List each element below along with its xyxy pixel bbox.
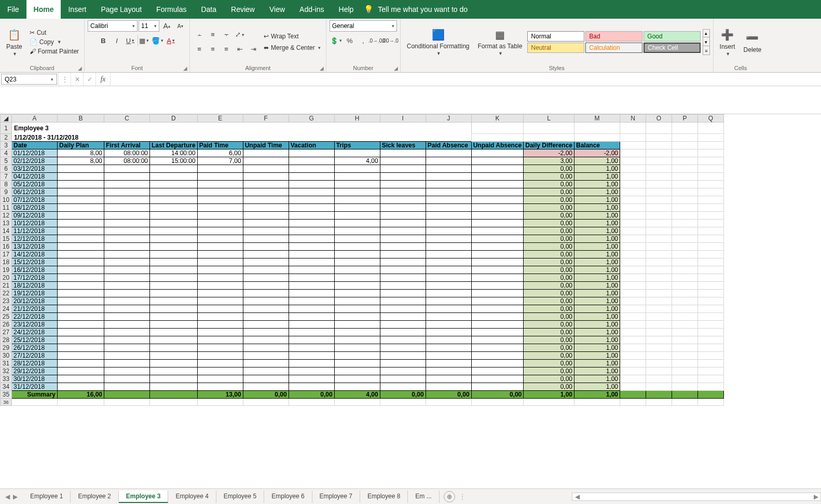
cell[interactable] <box>243 329 289 336</box>
row-header-32[interactable]: 32 <box>1 367 12 375</box>
cell-date[interactable]: 15/12/2018 <box>12 258 58 266</box>
cell[interactable] <box>672 142 697 149</box>
cell[interactable] <box>150 305 198 313</box>
cell[interactable] <box>334 383 380 391</box>
cell[interactable] <box>471 344 524 352</box>
cell[interactable] <box>380 313 426 321</box>
cell[interactable] <box>243 204 289 212</box>
cell[interactable] <box>334 258 380 266</box>
cell[interactable] <box>620 360 646 367</box>
cell-diff[interactable]: 0,00 <box>524 274 574 282</box>
cell-date[interactable]: 28/12/2018 <box>12 360 58 367</box>
cell[interactable] <box>243 383 289 391</box>
cell[interactable] <box>104 313 150 321</box>
cell[interactable] <box>243 367 289 375</box>
cell[interactable] <box>697 165 723 173</box>
period-cell[interactable]: 1/12/2018 - 31/12/2018 <box>12 134 472 142</box>
cell[interactable] <box>620 134 646 142</box>
cell[interactable] <box>197 297 243 305</box>
cell-balance[interactable]: 1,00 <box>574 157 620 165</box>
cell-balance[interactable]: 1,00 <box>574 165 620 173</box>
cell[interactable] <box>58 367 104 375</box>
cell[interactable] <box>620 367 646 375</box>
cell[interactable] <box>104 258 150 266</box>
cell[interactable] <box>380 173 426 181</box>
cell[interactable]: 4,00 <box>334 157 380 165</box>
table-header[interactable]: Unpaid Time <box>243 142 289 149</box>
cell[interactable] <box>646 142 672 149</box>
cell[interactable] <box>620 227 646 235</box>
cell[interactable] <box>197 251 243 258</box>
cell-date[interactable]: 03/12/2018 <box>12 165 58 173</box>
cell-balance[interactable]: 1,00 <box>574 251 620 258</box>
table-header[interactable]: Paid Absence <box>426 142 471 149</box>
col-header-Q[interactable]: Q <box>697 115 723 122</box>
cell[interactable] <box>104 251 150 258</box>
cell[interactable] <box>334 212 380 220</box>
cell-balance[interactable]: 1,00 <box>574 220 620 227</box>
cell[interactable] <box>243 188 289 196</box>
cell[interactable] <box>243 352 289 360</box>
row-header-26[interactable]: 26 <box>1 321 12 329</box>
cell[interactable] <box>426 305 471 313</box>
cell[interactable] <box>197 196 243 204</box>
cell[interactable] <box>471 157 524 165</box>
cell-diff[interactable]: 0,00 <box>524 352 574 360</box>
cell-diff[interactable]: 0,00 <box>524 297 574 305</box>
cell[interactable] <box>150 235 198 243</box>
cell[interactable] <box>697 313 723 321</box>
cell[interactable] <box>289 329 334 336</box>
cell[interactable] <box>380 305 426 313</box>
cell[interactable] <box>646 188 672 196</box>
row-header-16[interactable]: 16 <box>1 243 12 251</box>
cell-diff[interactable]: 0,00 <box>524 165 574 173</box>
cell[interactable] <box>104 305 150 313</box>
cell[interactable] <box>646 165 672 173</box>
cell[interactable] <box>471 243 524 251</box>
borders-button[interactable]: ▦▾ <box>138 35 150 46</box>
cell[interactable] <box>243 297 289 305</box>
cell[interactable] <box>58 360 104 367</box>
cell[interactable] <box>150 258 198 266</box>
cell[interactable] <box>426 165 471 173</box>
cell[interactable] <box>197 344 243 352</box>
cell[interactable] <box>243 399 289 406</box>
cell-date[interactable]: 16/12/2018 <box>12 266 58 274</box>
cell[interactable] <box>104 282 150 290</box>
cell-balance[interactable]: 1,00 <box>574 375 620 383</box>
cell[interactable] <box>58 321 104 329</box>
table-header[interactable]: Sick leaves <box>380 142 426 149</box>
font-name-select[interactable]: Calibri▾ <box>88 20 138 32</box>
ribbon-tab-home[interactable]: Home <box>26 0 61 19</box>
comma-format-icon[interactable]: , <box>357 35 370 46</box>
cell[interactable] <box>12 399 58 406</box>
ribbon-tab-file[interactable]: File <box>0 0 26 19</box>
sheet-tab[interactable]: Employee 5 <box>216 491 264 503</box>
cell[interactable] <box>672 391 697 399</box>
cell[interactable] <box>672 243 697 251</box>
dialog-launcher-icon[interactable]: ◢ <box>320 65 324 71</box>
cell[interactable] <box>58 165 104 173</box>
cell[interactable] <box>620 149 646 157</box>
cell[interactable] <box>150 173 198 181</box>
cell[interactable] <box>58 235 104 243</box>
align-center-icon[interactable]: ≡ <box>207 44 219 55</box>
cell[interactable] <box>334 149 380 157</box>
cell[interactable] <box>243 360 289 367</box>
cell-balance[interactable]: 1,00 <box>574 212 620 220</box>
row-header-15[interactable]: 15 <box>1 235 12 243</box>
cell[interactable] <box>58 383 104 391</box>
cell[interactable] <box>150 266 198 274</box>
cell[interactable] <box>426 251 471 258</box>
cell[interactable] <box>289 321 334 329</box>
cell-date[interactable]: 10/12/2018 <box>12 220 58 227</box>
cell[interactable] <box>646 134 672 142</box>
cell[interactable] <box>289 274 334 282</box>
cell[interactable] <box>289 258 334 266</box>
cell[interactable] <box>620 243 646 251</box>
cell[interactable] <box>697 173 723 181</box>
cell[interactable] <box>150 344 198 352</box>
style-calculation[interactable]: Calculation <box>585 43 642 53</box>
summary-cell[interactable]: 0,00 <box>243 391 289 399</box>
cell[interactable] <box>58 212 104 220</box>
